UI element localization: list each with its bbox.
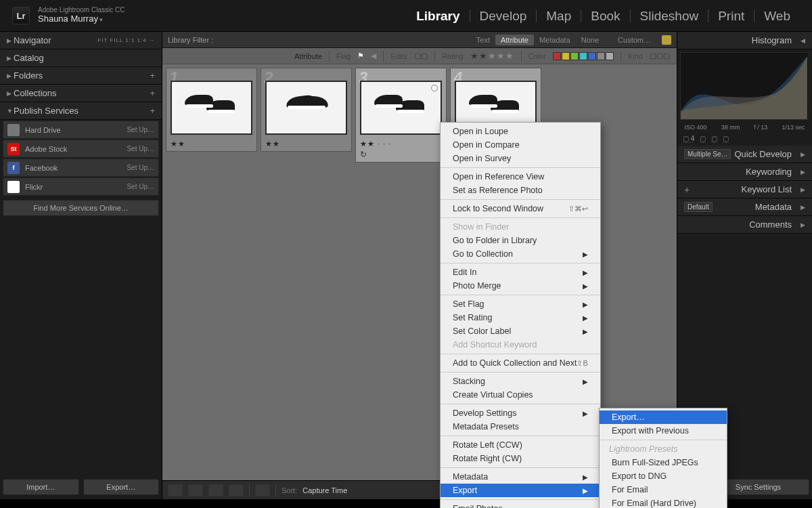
publish-service-adobe-stock[interactable]: StAdobe StockSet Up…	[3, 140, 159, 158]
color-swatch[interactable]	[597, 52, 605, 60]
thumbnail-image[interactable]	[360, 81, 442, 135]
lock-icon[interactable]	[662, 35, 671, 45]
plus-icon[interactable]: +	[150, 70, 155, 81]
publish-service-flickr[interactable]: ••FlickrSet Up…	[3, 177, 159, 196]
rating-display[interactable]: ★★ · · ·	[360, 139, 442, 148]
setup-link[interactable]: Set Up…	[127, 145, 154, 152]
menu-item-set-flag[interactable]: Set Flag▶	[441, 297, 600, 311]
metadata-preset[interactable]: Default	[684, 202, 713, 212]
context-submenu-export[interactable]: Export…Export with PreviousLightroom Pre…	[599, 408, 727, 508]
menu-item-set-rating[interactable]: Set Rating▶	[441, 311, 600, 324]
panel-folders[interactable]: ▶Folders+	[0, 67, 162, 85]
survey-view-icon[interactable]	[229, 484, 244, 496]
menu-item-set-as-reference-photo[interactable]: Set as Reference Photo	[441, 184, 600, 197]
plus-icon[interactable]: +	[150, 88, 155, 98]
submenu-item-burn-full-sized-jpegs[interactable]: Burn Full-Sized JPEGs	[600, 456, 727, 469]
thumbnail-image[interactable]	[265, 81, 347, 135]
rating-display[interactable]: ★★	[171, 139, 252, 148]
menu-item-add-to-quick-collection-and-next[interactable]: Add to Quick Collection and Next⇧B	[441, 356, 600, 370]
menu-item-edit-in[interactable]: Edit In▶	[441, 266, 600, 279]
setup-link[interactable]: Set Up…	[127, 183, 154, 190]
module-tab-book[interactable]: Book	[581, 9, 630, 22]
thumbnail-cell[interactable]: 3 ★★ · · ·↻	[355, 68, 447, 163]
menu-item-set-color-label[interactable]: Set Color Label▶	[441, 324, 600, 338]
rating-display[interactable]: ★★	[265, 139, 347, 148]
context-menu[interactable]: Open in LoupeOpen in CompareOpen in Surv…	[440, 122, 601, 508]
menu-item-export[interactable]: Export▶	[441, 484, 600, 497]
menu-item-lock-to-second-window[interactable]: Lock to Second Window⇧⌘↩	[441, 202, 600, 215]
filter-preset-dropdown[interactable]: Custom…	[618, 36, 651, 44]
filter-tab-metadata[interactable]: Metadata	[534, 35, 576, 45]
panel-histogram[interactable]: Histogram▶	[677, 32, 812, 49]
painter-icon[interactable]	[255, 484, 270, 496]
submenu-item-export-with-previous[interactable]: Export with Previous	[600, 424, 727, 438]
chevron-left-icon[interactable]: ◀	[371, 51, 376, 60]
menu-item-metadata-presets[interactable]: Metadata Presets	[441, 420, 600, 433]
module-tab-slideshow[interactable]: Slideshow	[631, 9, 709, 22]
thumbnail-cell[interactable]: 2 ★★	[261, 68, 352, 152]
menu-item-open-in-survey[interactable]: Open in Survey	[441, 152, 600, 165]
module-tab-web[interactable]: Web	[754, 9, 800, 22]
module-tab-map[interactable]: Map	[537, 9, 581, 22]
module-tab-develop[interactable]: Develop	[470, 9, 537, 22]
panel-catalog[interactable]: ▶Catalog	[0, 49, 162, 67]
menu-item-metadata[interactable]: Metadata▶	[441, 470, 600, 484]
identity-button[interactable]: Shauna Murray	[38, 14, 125, 25]
submenu-item-for-email[interactable]: For Email	[600, 483, 727, 496]
menu-item-photo-merge[interactable]: Photo Merge▶	[441, 279, 600, 293]
grid-view-icon[interactable]	[168, 484, 183, 496]
panel-metadata[interactable]: Default Metadata◀	[677, 198, 812, 216]
panel-navigator[interactable]: ▶Navigator FIT FILL 1:1 1:4 →	[0, 32, 162, 49]
menu-item-rotate-right-cw[interactable]: Rotate Right (CW)	[441, 452, 600, 465]
panel-collections[interactable]: ▶Collections+	[0, 85, 162, 102]
quick-dev-preset[interactable]: Multiple Se…	[684, 149, 731, 159]
panel-comments[interactable]: Comments◀	[677, 216, 812, 234]
sort-dropdown[interactable]: Capture Time	[302, 486, 347, 494]
import-button[interactable]: Import…	[3, 479, 79, 495]
menu-item-open-in-reference-view[interactable]: Open in Reference View	[441, 170, 600, 184]
menu-item-develop-settings[interactable]: Develop Settings▶	[441, 406, 600, 420]
find-more-services-button[interactable]: Find More Services Online…	[3, 200, 159, 216]
plus-icon[interactable]: +	[150, 106, 155, 116]
submenu-item-export-to-dng[interactable]: Export to DNG	[600, 469, 727, 483]
navigator-zoom-options[interactable]: FIT FILL 1:1 1:4 →	[97, 37, 155, 43]
menu-item-stacking[interactable]: Stacking▶	[441, 375, 600, 388]
color-swatch[interactable]	[553, 52, 561, 60]
thumbnail-image[interactable]	[171, 81, 252, 135]
color-swatch[interactable]	[562, 52, 570, 60]
color-swatch[interactable]	[570, 52, 579, 60]
export-button[interactable]: Export…	[83, 479, 160, 495]
rating-filter[interactable]: ★★★★★	[470, 51, 514, 61]
color-swatch[interactable]	[606, 52, 614, 60]
setup-link[interactable]: Set Up…	[127, 164, 154, 171]
panel-keywording[interactable]: Keywording◀	[677, 163, 812, 181]
color-filter[interactable]	[553, 52, 614, 60]
loupe-view-icon[interactable]	[188, 484, 203, 496]
submenu-item-export[interactable]: Export…	[600, 410, 727, 424]
filter-tab-none[interactable]: None	[576, 35, 604, 45]
kind-icons[interactable]: ▢▢▢	[650, 51, 670, 60]
module-tab-library[interactable]: Library	[407, 9, 470, 22]
menu-item-go-to-collection[interactable]: Go to Collection▶	[441, 247, 600, 261]
flag-icon[interactable]: ⚑	[357, 51, 364, 60]
menu-item-create-virtual-copies[interactable]: Create Virtual Copies	[441, 388, 600, 402]
submenu-item-for-email-hard-drive[interactable]: For Email (Hard Drive)	[600, 496, 727, 508]
filter-tab-text[interactable]: Text	[471, 35, 495, 45]
color-swatch[interactable]	[588, 52, 596, 60]
edits-icon[interactable]: ▢▢	[414, 51, 428, 60]
setup-link[interactable]: Set Up…	[127, 126, 154, 133]
compare-view-icon[interactable]	[208, 484, 223, 496]
filter-tab-attribute[interactable]: Attribute	[495, 35, 534, 45]
color-swatch[interactable]	[579, 52, 587, 60]
menu-item-go-to-folder-in-library[interactable]: Go to Folder in Library	[441, 234, 600, 247]
menu-item-email-photos[interactable]: Email Photos…	[441, 502, 600, 508]
panel-quick-develop[interactable]: Multiple Se… Quick Develop◀	[677, 146, 812, 163]
menu-item-open-in-loupe[interactable]: Open in Loupe	[441, 125, 600, 138]
panel-keyword-list[interactable]: + Keyword List◀	[677, 181, 812, 198]
module-tab-print[interactable]: Print	[708, 9, 754, 22]
thumbnail-cell[interactable]: 1 ★★	[166, 68, 257, 152]
menu-item-rotate-left-ccw[interactable]: Rotate Left (CCW)	[441, 438, 600, 452]
publish-service-hard-drive[interactable]: Hard DriveSet Up…	[3, 121, 159, 139]
panel-publish-services[interactable]: ▼Publish Services+	[0, 102, 162, 120]
publish-service-facebook[interactable]: fFacebookSet Up…	[3, 158, 159, 177]
